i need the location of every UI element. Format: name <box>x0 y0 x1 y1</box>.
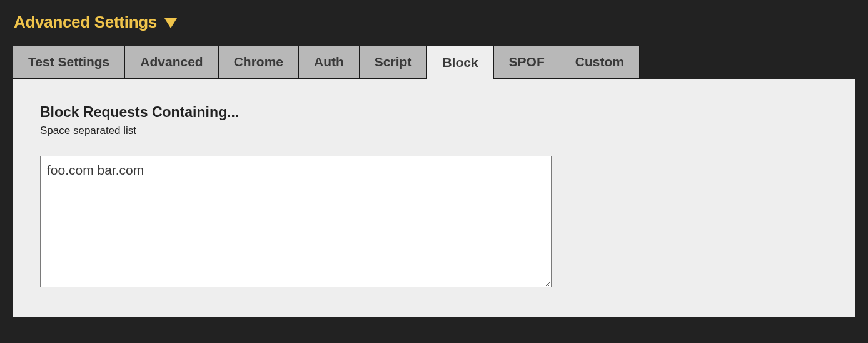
tab-auth[interactable]: Auth <box>299 46 360 79</box>
settings-tabs: Test Settings Advanced Chrome Auth Scrip… <box>13 46 855 79</box>
block-subtext: Space separated list <box>40 125 828 137</box>
tab-test-settings[interactable]: Test Settings <box>13 46 125 79</box>
advanced-settings-header[interactable]: Advanced Settings <box>13 13 855 32</box>
block-panel: Block Requests Containing... Space separ… <box>13 79 855 317</box>
tab-spof[interactable]: SPOF <box>494 46 560 79</box>
advanced-settings-title: Advanced Settings <box>14 13 157 32</box>
chevron-down-icon <box>164 18 177 28</box>
tab-advanced[interactable]: Advanced <box>125 46 218 79</box>
block-heading: Block Requests Containing... <box>40 104 828 121</box>
block-requests-input[interactable] <box>40 156 552 287</box>
tab-script[interactable]: Script <box>360 46 428 79</box>
tab-chrome[interactable]: Chrome <box>219 46 299 79</box>
tab-block[interactable]: Block <box>427 46 493 79</box>
tab-custom[interactable]: Custom <box>560 46 640 79</box>
